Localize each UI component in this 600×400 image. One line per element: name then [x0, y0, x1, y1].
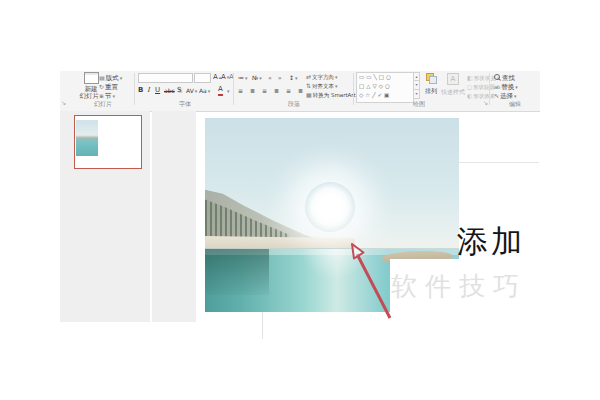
- align-right-button[interactable]: ≡: [262, 86, 267, 95]
- shape-outline-icon: ◻: [467, 83, 472, 90]
- align-text-icon: ⇅: [306, 82, 311, 89]
- powerpoint-window: ↘ 新建 幻灯片▾ ▤版式▾ ↻重置 ≡节▾ 幻灯片 A▴ A▾ A: [0, 0, 600, 400]
- font-name-combobox[interactable]: [138, 73, 193, 83]
- clipboard-dialog-launcher-icon[interactable]: ↘: [61, 99, 66, 106]
- align-text-button[interactable]: ⇅对齐文本▾: [306, 82, 338, 90]
- editor-canvas-margin: [152, 111, 196, 322]
- shape-gallery-row[interactable]: ◇☆╱✓▣: [357, 91, 413, 100]
- font-color-button[interactable]: A: [218, 85, 223, 96]
- decrease-indent-button[interactable]: «: [268, 73, 272, 82]
- distribute-button[interactable]: ≡: [286, 86, 291, 95]
- bold-button[interactable]: B: [138, 86, 143, 95]
- ribbon-home-tab-content: ↘ 新建 幻灯片▾ ▤版式▾ ↻重置 ≡节▾ 幻灯片 A▴ A▾ A: [60, 71, 540, 112]
- convert-to-smartart-button[interactable]: ▦转换为 SmartArt▾: [306, 91, 359, 99]
- section-button[interactable]: ≡节▾: [99, 92, 115, 100]
- section-icon: ≡: [99, 92, 104, 99]
- chevron-down-icon: ▾: [335, 83, 338, 89]
- select-cursor-icon: ↖: [494, 92, 499, 99]
- line-spacing-button[interactable]: ↕▾: [289, 73, 298, 83]
- chevron-down-icon: ▾: [515, 84, 518, 90]
- arrange-icon: [426, 73, 437, 84]
- select-button[interactable]: ↖选择▾: [494, 92, 517, 100]
- increase-indent-button[interactable]: »: [278, 73, 282, 82]
- shape-fill-icon: ◧: [467, 74, 473, 81]
- placeholder-guide-line: [262, 312, 263, 339]
- group-separator: [134, 73, 135, 105]
- quick-styles-icon: A: [447, 73, 459, 85]
- chevron-down-icon: ▾: [295, 75, 298, 81]
- drawing-dialog-launcher-icon[interactable]: ↘: [483, 99, 488, 106]
- numbering-button[interactable]: №▾: [252, 73, 262, 83]
- scroll-down-icon[interactable]: ▾: [413, 81, 420, 90]
- placeholder-guide-line: [459, 162, 539, 163]
- justify-button[interactable]: ≣: [274, 86, 279, 95]
- replace-button[interactable]: ab替换▾: [494, 83, 518, 91]
- change-case-button[interactable]: Aa▾: [199, 86, 210, 96]
- italic-button[interactable]: I: [147, 86, 150, 95]
- reset-button[interactable]: ↻重置: [99, 83, 118, 91]
- slide-1-thumbnail[interactable]: [74, 115, 142, 169]
- shapes-gallery-scrollbar[interactable]: ▴ ▾ ▾: [413, 72, 420, 101]
- gallery-more-icon[interactable]: ▾: [413, 90, 420, 99]
- text-direction-icon: ⇄: [306, 73, 311, 80]
- smartart-icon: ▦: [306, 91, 312, 98]
- new-slide-icon: [84, 72, 99, 84]
- drawing-group-label: 绘图: [356, 100, 482, 109]
- text-shadow-button[interactable]: S: [177, 86, 181, 95]
- chevron-down-icon: ▾: [245, 75, 248, 81]
- shapes-gallery[interactable]: ▭▭╲□○ □△▽◇○ ◇☆╱✓▣: [356, 72, 414, 103]
- chevron-down-icon: ▾: [195, 88, 198, 94]
- find-button[interactable]: 查找: [494, 74, 515, 82]
- arrange-button[interactable]: 排列: [422, 73, 440, 96]
- chevron-down-icon: ▾: [113, 93, 116, 99]
- chevron-down-icon: ▾: [259, 75, 262, 81]
- shape-gallery-row[interactable]: ▭▭╲□○: [357, 73, 413, 82]
- font-size-combobox[interactable]: [194, 73, 211, 83]
- font-group-label: 字体: [138, 100, 232, 109]
- shape-gallery-row[interactable]: □△▽◇○: [357, 82, 413, 91]
- scroll-up-icon[interactable]: ▴: [413, 72, 420, 81]
- layout-button[interactable]: ▤版式▾: [99, 74, 122, 82]
- chevron-down-icon: ▾: [208, 88, 211, 94]
- replace-icon: ab: [494, 84, 500, 90]
- new-slide-label-line2: 幻灯片: [79, 92, 99, 100]
- quick-styles-button[interactable]: A 快速样式: [441, 73, 465, 97]
- bullets-button[interactable]: ≔▾: [238, 73, 248, 83]
- search-icon: [494, 74, 500, 80]
- character-spacing-button[interactable]: AV▾: [186, 86, 197, 96]
- strikethrough-button[interactable]: abc: [164, 86, 175, 95]
- watermark-text: 软件技巧: [391, 269, 527, 304]
- chevron-down-icon: ▾: [514, 93, 517, 99]
- align-left-button[interactable]: ≡: [238, 86, 243, 95]
- headline-text: 添加: [457, 221, 525, 263]
- columns-button[interactable]: ≣: [298, 86, 303, 95]
- chevron-down-icon: ▾: [335, 74, 338, 80]
- group-separator: [353, 73, 354, 105]
- group-separator: [489, 73, 490, 105]
- chevron-down-icon: ▾: [120, 75, 123, 81]
- reset-icon: ↻: [99, 83, 104, 90]
- layout-icon: ▤: [99, 74, 105, 81]
- slides-group-label: 幻灯片: [75, 100, 131, 109]
- group-separator: [233, 73, 234, 105]
- editing-group-label: 编辑: [491, 100, 539, 109]
- text-direction-button[interactable]: ⇄文字方向▾: [306, 73, 338, 81]
- underline-button[interactable]: U: [155, 86, 160, 95]
- align-center-button[interactable]: ≣: [250, 86, 255, 95]
- font-color-dropdown-icon[interactable]: ▾: [227, 88, 230, 94]
- tree-reflection: [205, 249, 269, 295]
- red-annotation-arrow: [320, 225, 410, 325]
- shape-effects-icon: ◐: [467, 92, 472, 99]
- thumbnail-image: [76, 120, 98, 156]
- paragraph-group-label: 段落: [236, 100, 352, 109]
